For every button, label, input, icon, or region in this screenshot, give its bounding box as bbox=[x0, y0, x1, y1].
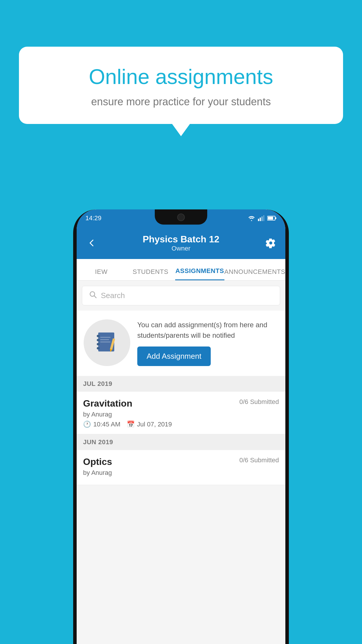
gear-icon bbox=[266, 238, 276, 248]
signal-icon bbox=[258, 215, 265, 221]
assignment-row-top: Gravitation 0/6 Submitted bbox=[83, 398, 279, 409]
submitted-badge-optics: 0/6 Submitted bbox=[239, 456, 279, 464]
svg-rect-16 bbox=[100, 342, 110, 342]
content-area: Search bbox=[77, 281, 285, 644]
assignment-date: Jul 07, 2019 bbox=[137, 421, 172, 428]
svg-rect-14 bbox=[100, 337, 110, 338]
clock-icon: 🕐 bbox=[83, 421, 91, 428]
assignment-name: Gravitation bbox=[83, 398, 132, 409]
svg-rect-12 bbox=[97, 343, 100, 345]
assignment-name-optics: Optics bbox=[83, 456, 112, 467]
header-subtitle: Owner bbox=[143, 245, 219, 252]
notebook-icon-wrap bbox=[84, 319, 130, 366]
header-title: Physics Batch 12 bbox=[143, 234, 219, 245]
meta-date: 📅 Jul 07, 2019 bbox=[127, 421, 172, 428]
submitted-badge: 0/6 Submitted bbox=[239, 398, 279, 406]
promo-title: Online assignments bbox=[39, 64, 323, 89]
assignment-item-optics[interactable]: Optics 0/6 Submitted by Anurag bbox=[77, 450, 285, 485]
svg-rect-11 bbox=[97, 339, 100, 341]
search-icon bbox=[89, 291, 97, 300]
svg-rect-6 bbox=[275, 217, 276, 219]
phone-notch bbox=[155, 209, 207, 225]
svg-rect-10 bbox=[97, 335, 100, 337]
wifi-icon bbox=[247, 215, 256, 221]
assignment-item-gravitation[interactable]: Gravitation 0/6 Submitted by Anurag 🕐 10… bbox=[77, 392, 285, 434]
meta-time: 🕐 10:45 AM bbox=[83, 421, 120, 428]
svg-rect-0 bbox=[258, 219, 259, 221]
camera bbox=[177, 214, 185, 221]
tab-iew[interactable]: IEW bbox=[77, 268, 126, 280]
notebook-icon bbox=[94, 330, 120, 356]
phone-frame: 14:29 bbox=[73, 209, 289, 644]
status-icons bbox=[247, 215, 277, 221]
assignment-by: by Anurag bbox=[83, 411, 279, 418]
section-header-jun: JUN 2019 bbox=[77, 434, 285, 450]
status-time: 14:29 bbox=[85, 214, 101, 222]
assignment-meta: 🕐 10:45 AM 📅 Jul 07, 2019 bbox=[83, 421, 279, 428]
assignment-time: 10:45 AM bbox=[93, 421, 120, 428]
search-placeholder: Search bbox=[101, 291, 125, 300]
phone-inner: 14:29 bbox=[77, 209, 285, 644]
speech-bubble: Online assignments ensure more practice … bbox=[19, 47, 343, 124]
tab-students[interactable]: STUDENTS bbox=[126, 268, 175, 280]
svg-rect-5 bbox=[268, 217, 273, 220]
calendar-icon: 📅 bbox=[127, 421, 135, 428]
tab-assignments[interactable]: ASSIGNMENTS bbox=[175, 267, 224, 280]
search-bar[interactable]: Search bbox=[82, 286, 280, 305]
promo-subtitle: ensure more practice for your students bbox=[39, 96, 323, 108]
svg-rect-3 bbox=[263, 215, 264, 221]
header-center: Physics Batch 12 Owner bbox=[143, 234, 219, 252]
promo-section: Online assignments ensure more practice … bbox=[19, 47, 343, 124]
svg-rect-1 bbox=[260, 218, 261, 221]
back-button[interactable] bbox=[85, 237, 98, 249]
tab-announcements[interactable]: ANNOUNCEMENTS bbox=[224, 268, 285, 280]
cta-right: You can add assignment(s) from here and … bbox=[137, 320, 278, 366]
battery-icon bbox=[267, 216, 277, 221]
svg-rect-15 bbox=[100, 339, 109, 340]
svg-rect-13 bbox=[97, 347, 100, 349]
assignment-by-optics: by Anurag bbox=[83, 469, 279, 477]
cta-description: You can add assignment(s) from here and … bbox=[137, 320, 278, 341]
add-assignment-button[interactable]: Add Assignment bbox=[137, 346, 211, 366]
assignment-row-top-optics: Optics 0/6 Submitted bbox=[83, 456, 279, 467]
svg-line-8 bbox=[94, 296, 96, 298]
app-header: Physics Batch 12 Owner bbox=[77, 227, 285, 259]
section-header-jul: JUL 2019 bbox=[77, 376, 285, 392]
back-arrow-icon bbox=[87, 239, 95, 247]
settings-button[interactable] bbox=[264, 237, 277, 249]
cta-section: You can add assignment(s) from here and … bbox=[77, 311, 285, 376]
svg-rect-2 bbox=[261, 216, 263, 221]
tabs-bar: IEW STUDENTS ASSIGNMENTS ANNOUNCEMENTS bbox=[77, 259, 285, 281]
